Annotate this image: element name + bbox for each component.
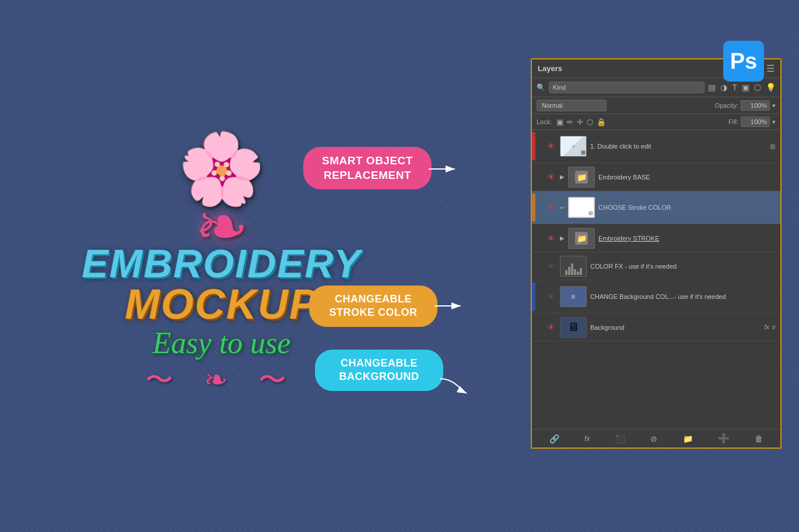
lock-row: Lock: ▣ ✏ ✛ ⬡ 🔒 Fill: 100% ▾ [532, 114, 780, 130]
kind-dropdown[interactable]: Kind [549, 82, 705, 93]
layer-bg-thumb: ⊞ [560, 286, 587, 307]
layer-visibility-eye[interactable]: 👁 [547, 292, 556, 301]
new-layer-button[interactable]: ➕ [718, 433, 730, 444]
embroidery-divider: 〜 ❧ 〜 [145, 361, 299, 399]
flower-symbol: ❧ [195, 198, 248, 255]
layer-color-bar-orange [532, 193, 535, 221]
layer-embroidery-base[interactable]: 👁 ▶ 📁 Embroidery BASE [532, 163, 780, 191]
fill-control: Fill: 100% ▾ [728, 117, 776, 127]
fill-input[interactable]: 100% [741, 117, 770, 127]
layer-visibility-eye[interactable]: 👁 [547, 172, 556, 182]
mockup-area: 🌸 ❧ EMBROIDERY MOCKUP Easy to use 〜 ❧ 〜 [0, 0, 443, 532]
lock-label: Lock: [537, 118, 552, 125]
embroidery-subtitle: MOCKUP [125, 283, 318, 325]
adjustment-filter-icon[interactable]: ◑ [720, 83, 727, 92]
layer-bg-dark-thumb: 🖥 [560, 317, 587, 338]
stroke-color-callout: CHANGEABLE STROKE COLOR [309, 286, 437, 327]
opacity-control: Opacity: 100% ▾ [715, 100, 776, 111]
lock-artboard-icon[interactable]: ⬡ [587, 118, 593, 126]
filter-icons: ▤ ◑ T ▣ ⬡ 💡 [708, 83, 776, 92]
lock-pixels-icon[interactable]: ✏ [567, 118, 573, 126]
panel-menu-icon[interactable]: ☰ [766, 63, 775, 74]
folder-icon: 📁 [575, 171, 588, 184]
layer-label: Embroidery STROKE [598, 235, 776, 242]
blend-mode-dropdown[interactable]: Normal [537, 100, 607, 111]
layer-visibility-eye[interactable]: 👁 [547, 323, 556, 332]
layers-list: 👁 ✦ ⊞ 1. Double click to edit ⛓ 👁 ▶ 📁 Em… [532, 130, 780, 429]
layer-folder-thumb: 📁 [568, 167, 595, 188]
lock-all-icon[interactable]: 🔒 [597, 118, 606, 126]
layer-smart-object[interactable]: 👁 ✦ ⊞ 1. Double click to edit ⛓ [532, 130, 780, 163]
layer-visibility-eye[interactable]: 👁 [547, 142, 556, 151]
layer-embroidery-stroke[interactable]: 👁 ▶ 📁 Embroidery STROKE [532, 224, 780, 252]
opacity-chevron[interactable]: ▾ [772, 102, 776, 110]
layer-expand-arrow[interactable]: ▶ [560, 235, 565, 241]
smart-object-callout: SMART OBJECT REPLACEMENT [303, 147, 432, 189]
panel-title: Layers [538, 64, 562, 73]
adjustment-layer-button[interactable]: ⊘ [650, 434, 657, 443]
embroidery-script: Easy to use [153, 325, 291, 361]
link-layers-button[interactable]: 🔗 [549, 434, 559, 443]
panel-bottom-bar: 🔗 fx ⬛ ⊘ 📁 ➕ 🗑 [532, 429, 780, 448]
bg-callout: CHANGEABLE BACKGROUND [315, 350, 443, 391]
fill-chevron[interactable]: ▾ [772, 118, 776, 126]
layer-histogram-thumb [560, 256, 587, 277]
extra-filter-icon[interactable]: 💡 [766, 83, 776, 92]
layer-expand-arrow[interactable]: ↩ [560, 205, 565, 211]
new-group-button[interactable]: 📁 [683, 434, 693, 443]
fill-label: Fill: [728, 118, 738, 125]
layer-color-bar-blue [532, 283, 535, 311]
layer-background[interactable]: 👁 🖥 Background fx ∨ [532, 313, 780, 341]
folder-icon: 📁 [575, 232, 588, 245]
lock-transparent-icon[interactable]: ▣ [556, 118, 563, 126]
pixel-filter-icon[interactable]: ▤ [708, 83, 716, 92]
layer-label: CHOOSE Stroke COLOR [598, 204, 776, 211]
layer-visibility-eye[interactable]: 👁 [547, 234, 556, 243]
layer-visibility-eye[interactable]: 👁 [547, 262, 556, 271]
layer-color-fx[interactable]: 👁 COLOR FX - use if it's needed [532, 252, 780, 280]
photoshop-icon: Ps [723, 41, 764, 82]
opacity-input[interactable]: 100% [741, 100, 770, 111]
layer-label: Background [590, 324, 761, 331]
layer-label: CHANGE Background COL...- use if it's ne… [590, 293, 776, 300]
type-filter-icon[interactable]: T [732, 83, 737, 92]
layer-label: 1. Double click to edit [590, 143, 766, 150]
smart-filter-icon[interactable]: ⬡ [754, 83, 761, 92]
layer-choose-stroke[interactable]: 👁 ↩ ⊞ CHOOSE Stroke COLOR [532, 191, 780, 224]
add-mask-button[interactable]: ⬛ [615, 434, 625, 443]
lock-icons: ▣ ✏ ✛ ⬡ 🔒 [556, 118, 606, 126]
fx-button[interactable]: fx [584, 435, 590, 443]
lock-position-icon[interactable]: ✛ [577, 118, 583, 126]
layer-label: COLOR FX - use if it's needed [590, 263, 776, 270]
search-icon: 🔍 [537, 83, 545, 91]
layer-folder-thumb: 📁 [568, 228, 595, 249]
layer-thumbnail: ✦ ⊞ [560, 136, 587, 157]
layer-fx-badge[interactable]: fx ∨ [764, 323, 776, 331]
layer-visibility-eye[interactable]: 👁 [547, 203, 556, 212]
layer-change-bg[interactable]: 👁 ⊞ CHANGE Background COL...- use if it'… [532, 280, 780, 313]
opacity-label: Opacity: [715, 102, 738, 109]
layers-panel: Layers << >> ☰ 🔍 Kind ▤ ◑ T ▣ ⬡ 💡 Normal… [531, 58, 782, 449]
layer-link-icon: ⛓ [770, 143, 776, 150]
shape-filter-icon[interactable]: ▣ [742, 83, 749, 92]
layer-color-bar-red [532, 132, 535, 160]
layer-label: Embroidery BASE [598, 174, 776, 181]
blend-row: Normal Opacity: 100% ▾ [532, 97, 780, 114]
delete-layer-button[interactable]: 🗑 [755, 434, 763, 443]
layer-expand-arrow[interactable]: ▶ [560, 174, 565, 180]
layer-solid-thumb: ⊞ [568, 197, 595, 218]
